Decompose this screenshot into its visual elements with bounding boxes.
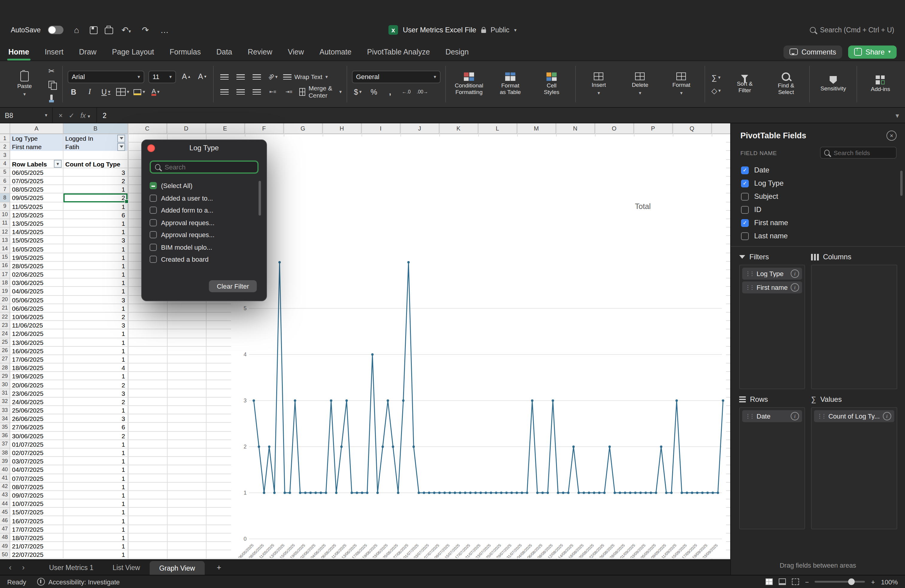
cell-B42[interactable]: 1: [64, 482, 128, 491]
info-icon[interactable]: i: [883, 412, 891, 420]
cell-A1[interactable]: Log Type: [10, 134, 64, 143]
cell-B13[interactable]: 3: [64, 236, 128, 245]
column-header-A[interactable]: A: [10, 123, 64, 134]
cell-A47[interactable]: 17/07/2025: [10, 525, 64, 533]
cell-B38[interactable]: 1: [64, 448, 128, 457]
format-painter-button[interactable]: [46, 91, 57, 103]
cell-A16[interactable]: 28/05/2025: [10, 262, 64, 270]
decrease-font-button[interactable]: A▾: [196, 71, 208, 83]
format-as-table-button[interactable]: Format as Table: [492, 72, 529, 96]
more-commands-icon[interactable]: …: [159, 25, 171, 35]
cell-B44[interactable]: 1: [64, 499, 128, 508]
ribbon-tab-formulas[interactable]: Formulas: [170, 43, 201, 60]
filter-option-added-a-user-to[interactable]: Added a user to...: [150, 192, 266, 204]
clear-filter-button[interactable]: Clear Filter: [209, 280, 257, 292]
cell-A5[interactable]: 06/05/2025: [10, 168, 64, 176]
save-icon[interactable]: [90, 26, 98, 34]
row-header-35[interactable]: 35: [0, 423, 10, 431]
cell-A46[interactable]: 16/07/2025: [10, 516, 64, 525]
cell-B50[interactable]: 1: [64, 550, 128, 559]
formula-bar-expand-icon[interactable]: ▾: [889, 111, 905, 119]
pivot-chart[interactable]: 012345Total06/05/202508/05/202511/05/202…: [231, 137, 726, 558]
field-item-last-name[interactable]: Last name: [731, 229, 905, 241]
row-header-31[interactable]: 31: [0, 389, 10, 397]
formula-input[interactable]: 2: [97, 112, 113, 119]
find-select-button[interactable]: Find & Select: [768, 72, 805, 96]
conditional-formatting-button[interactable]: Conditional Formatting: [450, 72, 487, 96]
orientation-button[interactable]: ab▾: [267, 71, 279, 83]
cell-A39[interactable]: 03/07/2025: [10, 457, 64, 465]
row-header-23[interactable]: 23: [0, 321, 10, 329]
cell-A11[interactable]: 13/05/2025: [10, 219, 64, 227]
ribbon-tab-view[interactable]: View: [288, 43, 304, 60]
row-header-19[interactable]: 19: [0, 287, 10, 296]
cell-B34[interactable]: 3: [64, 414, 128, 423]
column-header-C[interactable]: C: [128, 123, 167, 134]
row-header-20[interactable]: 20: [0, 296, 10, 304]
ribbon-tab-review[interactable]: Review: [248, 43, 272, 60]
delete-cells-button[interactable]: Delete▾: [622, 72, 659, 96]
accessibility-status[interactable]: Accessibility: Investigate: [37, 578, 120, 586]
cell-A45[interactable]: 15/07/2025: [10, 508, 64, 516]
row-header-41[interactable]: 41: [0, 474, 10, 482]
cell-A30[interactable]: 20/06/2025: [10, 380, 64, 389]
zoom-slider-thumb[interactable]: [848, 578, 855, 585]
addins-button[interactable]: Add-ins: [862, 75, 899, 94]
page-break-view-icon[interactable]: [792, 578, 799, 585]
cell-A37[interactable]: 01/07/2025: [10, 440, 64, 448]
row-header-16[interactable]: 16: [0, 262, 10, 270]
row-header-45[interactable]: 45: [0, 508, 10, 516]
ribbon-tab-insert[interactable]: Insert: [44, 43, 64, 60]
row-header-4[interactable]: 4: [0, 160, 10, 168]
panel-close-icon[interactable]: ×: [886, 130, 897, 141]
cell-A50[interactable]: 22/07/2025: [10, 550, 64, 559]
cell-A13[interactable]: 15/05/2025: [10, 236, 64, 245]
borders-button[interactable]: ▾: [116, 86, 129, 98]
cell-A18[interactable]: 03/06/2025: [10, 278, 64, 287]
filter-option-approval-reques[interactable]: Approval reques...: [150, 216, 266, 229]
cell-B28[interactable]: 4: [64, 364, 128, 372]
document-title[interactable]: User Metrics Excel File: [403, 26, 476, 34]
filter-search-input[interactable]: [164, 163, 253, 171]
merge-center-button[interactable]: Merge & Center▾: [299, 86, 341, 98]
column-header-B[interactable]: B: [64, 123, 128, 134]
cell-A32[interactable]: 24/06/2025: [10, 397, 64, 406]
row-header-15[interactable]: 15: [0, 253, 10, 261]
filters-area[interactable]: ⋮⋮Log Typei⋮⋮First namei: [739, 265, 805, 389]
add-sheet-button[interactable]: +: [214, 563, 224, 572]
cell-B46[interactable]: 1: [64, 516, 128, 525]
ribbon-tab-draw[interactable]: Draw: [79, 43, 96, 60]
field-item-date[interactable]: ✓Date: [731, 164, 905, 176]
comments-button[interactable]: Comments: [783, 45, 842, 58]
cell-B43[interactable]: 1: [64, 491, 128, 499]
cell-B3[interactable]: [64, 151, 128, 160]
sheet-tab-graph-view[interactable]: Graph View: [150, 561, 205, 575]
cell-B8[interactable]: 2: [64, 194, 128, 202]
cell-B22[interactable]: 2: [64, 313, 128, 321]
cell-A15[interactable]: 19/05/2025: [10, 253, 64, 261]
column-header-N[interactable]: N: [556, 123, 595, 134]
cell-A31[interactable]: 23/06/2025: [10, 389, 64, 397]
cell-B16[interactable]: 1: [64, 262, 128, 270]
column-header-G[interactable]: G: [284, 123, 322, 134]
row-header-48[interactable]: 48: [0, 534, 10, 542]
cell-A43[interactable]: 09/07/2025: [10, 491, 64, 499]
cell-B31[interactable]: 3: [64, 389, 128, 397]
field-search[interactable]: [820, 147, 897, 159]
cell-B18[interactable]: 1: [64, 278, 128, 287]
cell-A25[interactable]: 13/06/2025: [10, 338, 64, 346]
column-header-P[interactable]: P: [634, 123, 673, 134]
align-center-button[interactable]: [234, 86, 246, 98]
column-header-K[interactable]: K: [439, 123, 478, 134]
row-header-6[interactable]: 6: [0, 176, 10, 185]
cell-B24[interactable]: 1: [64, 330, 128, 338]
sensitivity-badge[interactable]: Public: [491, 26, 510, 33]
cell-A12[interactable]: 14/05/2025: [10, 227, 64, 236]
zoom-out-icon[interactable]: −: [805, 578, 809, 585]
checkbox-unchecked[interactable]: [150, 256, 157, 263]
row-header-46[interactable]: 46: [0, 516, 10, 525]
row-header-13[interactable]: 13: [0, 236, 10, 245]
cell-A20[interactable]: 05/06/2025: [10, 296, 64, 304]
row-header-1[interactable]: 1: [0, 134, 10, 143]
cell-A24[interactable]: 12/06/2025: [10, 330, 64, 338]
